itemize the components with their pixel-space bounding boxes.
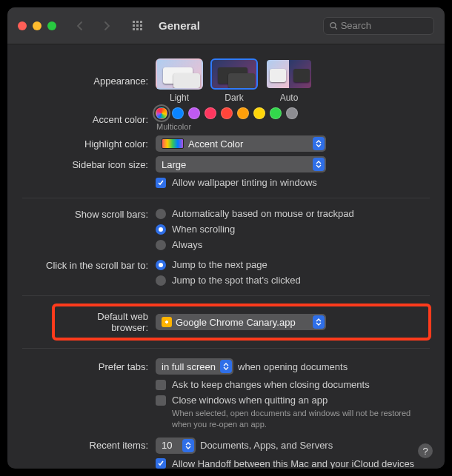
- prefer-tabs-suffix: when opening documents: [238, 361, 348, 372]
- scrollclick-spot[interactable]: Jump to the spot that's clicked: [156, 275, 301, 286]
- wallpaper-tint-checkbox[interactable]: Allow wallpaper tinting in windows: [156, 177, 317, 188]
- window-title: General: [159, 19, 200, 32]
- recent-items-select[interactable]: 10: [156, 438, 196, 454]
- default-browser-select[interactable]: Google Chrome Canary.app: [156, 314, 326, 330]
- scrollbars-always[interactable]: Always: [156, 239, 354, 250]
- svg-rect-2: [140, 21, 142, 23]
- accent-caption: Multicolor: [156, 122, 191, 131]
- appearance-dark[interactable]: Dark: [210, 58, 258, 103]
- accent-yellow[interactable]: [253, 107, 265, 119]
- chevron-up-down-icon: [182, 439, 194, 452]
- highlight-color-select[interactable]: Accent Color: [156, 135, 326, 152]
- search-field[interactable]: [323, 17, 434, 35]
- chevron-up-down-icon: [313, 137, 325, 150]
- scrollclick-label: Click in the scroll bar to:: [7, 259, 156, 271]
- forward-button[interactable]: [96, 17, 117, 35]
- appearance-options: Light Dark Auto: [156, 58, 313, 103]
- recent-items-label: Recent items:: [7, 440, 156, 451]
- svg-point-9: [330, 22, 336, 27]
- appearance-label: Appearance:: [7, 76, 156, 103]
- svg-rect-7: [136, 28, 139, 30]
- accent-pink[interactable]: [205, 107, 216, 119]
- highlight-swatch-icon: [162, 138, 184, 149]
- default-browser-label: Default web browser:: [61, 311, 156, 333]
- search-input[interactable]: [341, 20, 428, 31]
- window-controls: [18, 21, 56, 30]
- svg-rect-1: [136, 21, 139, 23]
- titlebar: General: [7, 7, 445, 44]
- chevron-up-down-icon: [313, 315, 325, 329]
- svg-rect-6: [133, 28, 135, 30]
- accent-color-options: [156, 107, 298, 119]
- close-window-button[interactable]: [18, 21, 27, 30]
- svg-rect-5: [140, 24, 142, 27]
- scrollbars-when-scrolling[interactable]: When scrolling: [156, 224, 354, 235]
- accent-purple[interactable]: [188, 107, 200, 119]
- recent-items-suffix: Documents, Apps, and Servers: [200, 440, 333, 451]
- accent-orange[interactable]: [237, 107, 249, 119]
- prefer-tabs-label: Prefer tabs:: [7, 361, 156, 372]
- content: Appearance: Light Dark Auto: [7, 44, 445, 469]
- ask-keep-changes-checkbox[interactable]: Ask to keep changes when closing documen…: [156, 379, 370, 390]
- svg-rect-4: [136, 24, 139, 27]
- close-windows-note: When selected, open documents and window…: [172, 408, 416, 430]
- default-browser-highlight: Default web browser: Google Chrome Canar…: [52, 304, 431, 341]
- handoff-checkbox[interactable]: Allow Handoff between this Mac and your …: [156, 458, 414, 469]
- chrome-canary-icon: [162, 317, 172, 327]
- scrollbars-radio-group: Automatically based on mouse or trackpad…: [156, 208, 354, 250]
- scrollbars-auto[interactable]: Automatically based on mouse or trackpad: [156, 208, 354, 219]
- accent-green[interactable]: [270, 107, 282, 119]
- accent-multicolor[interactable]: [156, 107, 167, 119]
- preferences-window: General Appearance: Light Dark: [7, 7, 445, 469]
- close-windows-checkbox[interactable]: Close windows when quitting an app: [156, 395, 328, 406]
- sidebar-size-label: Sidebar icon size:: [7, 159, 156, 170]
- svg-rect-0: [133, 21, 135, 23]
- scrollbars-label: Show scroll bars:: [7, 208, 156, 220]
- accent-label: Accent color:: [7, 114, 156, 125]
- svg-rect-3: [133, 24, 135, 27]
- appearance-light[interactable]: Light: [156, 58, 203, 103]
- show-all-button[interactable]: [127, 17, 148, 35]
- appearance-auto[interactable]: Auto: [265, 58, 313, 103]
- help-button[interactable]: ?: [418, 443, 433, 458]
- accent-red[interactable]: [221, 107, 233, 119]
- svg-line-10: [335, 27, 337, 29]
- svg-rect-8: [140, 28, 142, 30]
- chevron-up-down-icon: [220, 360, 232, 373]
- scrollclick-radio-group: Jump to the next page Jump to the spot t…: [156, 259, 301, 286]
- search-icon: [330, 21, 338, 30]
- scrollclick-next-page[interactable]: Jump to the next page: [156, 259, 301, 270]
- chevron-up-down-icon: [313, 158, 325, 171]
- back-button[interactable]: [70, 17, 90, 35]
- accent-blue[interactable]: [172, 107, 184, 119]
- zoom-window-button[interactable]: [47, 21, 56, 30]
- sidebar-size-select[interactable]: Large: [156, 156, 326, 172]
- accent-graphite[interactable]: [286, 107, 298, 119]
- minimize-window-button[interactable]: [33, 21, 41, 30]
- highlight-label: Highlight color:: [7, 138, 156, 150]
- prefer-tabs-select[interactable]: in full screen: [156, 358, 233, 375]
